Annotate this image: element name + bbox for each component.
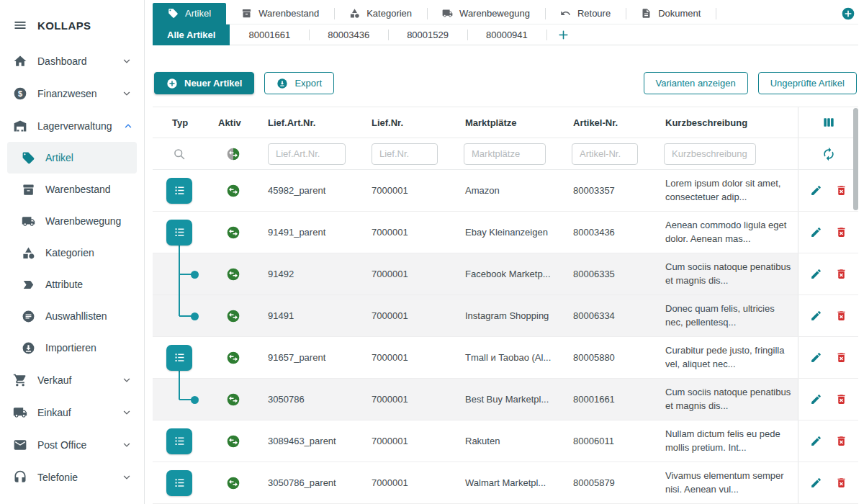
- edit-row-button[interactable]: [810, 226, 822, 238]
- cell-lief-nr: 7000001: [364, 462, 456, 503]
- unchecked-articles-button[interactable]: Ungeprüfte Artikel: [758, 72, 857, 94]
- add-module-tab-button[interactable]: [841, 6, 855, 21]
- edit-row-button[interactable]: [810, 310, 822, 322]
- tab-kategorien[interactable]: Kategorien: [334, 3, 427, 24]
- table-scrollbar[interactable]: [853, 108, 858, 210]
- parent-toggle-button[interactable]: [166, 345, 192, 371]
- box-icon: [241, 8, 252, 19]
- cell-typ: [153, 337, 206, 378]
- show-variants-label: Varianten anzeigen: [656, 78, 736, 89]
- show-variants-button[interactable]: Varianten anzeigen: [644, 72, 748, 94]
- edit-row-button[interactable]: [810, 477, 822, 489]
- cell-marktplatz: Facebook Marketp...: [456, 253, 564, 294]
- sidebar-item-label: Finanzwesen: [37, 88, 97, 99]
- tag-icon: [168, 8, 179, 19]
- sidebar-item-importieren[interactable]: Importieren: [0, 332, 144, 364]
- delete-icon: [835, 268, 847, 280]
- cell-typ: [153, 212, 206, 253]
- column-header-aktiv: Aktiv: [206, 107, 261, 138]
- sidebar-item-artikel[interactable]: Artikel: [7, 142, 137, 174]
- cell-lief-nr: 7000001: [364, 212, 456, 253]
- sidebar-item-kategorien[interactable]: Kategorien: [0, 237, 144, 269]
- tab-retoure[interactable]: Retoure: [545, 3, 626, 24]
- sidebar-item-auswahllisten[interactable]: Auswahllisten: [0, 300, 144, 332]
- table-row: 91491_parent7000001Ebay Kleinanzeigen800…: [153, 212, 858, 253]
- table-header: TypAktivLief.Art.Nr.Lief.Nr.MarktplätzeA…: [153, 107, 858, 138]
- tab-dokument[interactable]: Dokument: [626, 3, 716, 24]
- tab-label: Artikel: [185, 8, 211, 19]
- filter-input-lief-art-nr[interactable]: [268, 143, 346, 165]
- cell-aktiv: [206, 379, 261, 420]
- article-tab-80003436[interactable]: 80003436: [309, 24, 388, 45]
- cell-kurzbeschreibung: Lorem ipsum dolor sit amet, consectetuer…: [657, 170, 798, 211]
- sidebar-item-verkauf[interactable]: Verkauf: [0, 364, 144, 396]
- edit-row-button[interactable]: [810, 351, 822, 364]
- edit-row-button[interactable]: [810, 435, 822, 447]
- sidebar-item-einkauf[interactable]: Einkauf: [0, 396, 144, 428]
- delete-row-button[interactable]: [835, 268, 847, 280]
- delete-row-button[interactable]: [835, 435, 847, 447]
- filter-input-artikel-nr[interactable]: [572, 143, 638, 165]
- app-logo: KOLLAPS: [37, 19, 91, 32]
- edit-row-button[interactable]: [810, 268, 822, 280]
- cell-actions: [798, 337, 858, 378]
- tree-connector: [179, 379, 180, 400]
- sidebar-item-finanzwesen[interactable]: $Finanzwesen: [0, 77, 144, 109]
- sidebar-item-dashboard[interactable]: Dashboard: [0, 45, 144, 77]
- main-content: ArtikelWarenbestandKategorienWarenbewegu…: [145, 0, 864, 504]
- add-article-tab-button[interactable]: [557, 29, 570, 41]
- sidebar-item-label: Kategorien: [45, 247, 94, 258]
- sidebar-item-warenbestand[interactable]: Warenbestand: [0, 174, 144, 205]
- edit-row-button[interactable]: [810, 184, 822, 197]
- sidebar-item-warenbewegung[interactable]: Warenbewegung: [0, 205, 144, 237]
- tab-artikel[interactable]: Artikel: [153, 3, 226, 24]
- tab-warenbewegung[interactable]: Warenbewegung: [427, 3, 545, 24]
- parent-toggle-button[interactable]: [166, 220, 192, 246]
- parent-toggle-button[interactable]: [166, 470, 192, 496]
- table-row: 3050786_parent7000001Walmart Marketpl...…: [153, 462, 858, 504]
- edit-row-button[interactable]: [810, 393, 822, 405]
- cell-artikel-nr: 80005879: [564, 462, 657, 503]
- sidebar-item-telefonie[interactable]: Telefonie: [0, 461, 144, 493]
- article-tab-80001529[interactable]: 80001529: [388, 24, 467, 45]
- sidebar-item-lagerverwaltung[interactable]: Lagerverwaltung: [0, 109, 144, 142]
- edit-icon: [810, 184, 822, 197]
- parent-toggle-button[interactable]: [166, 178, 192, 204]
- sidebar-item-post-office[interactable]: Post Office: [0, 428, 144, 461]
- cell-typ: [153, 295, 206, 336]
- delete-row-button[interactable]: [835, 310, 847, 322]
- search-icon[interactable]: [172, 147, 186, 161]
- filter-input-marktpl-tze[interactable]: [464, 143, 546, 165]
- cell-aktiv: [206, 212, 261, 253]
- cell-actions: [798, 420, 858, 462]
- active-status-icon: [226, 351, 240, 365]
- refresh-button[interactable]: [822, 147, 836, 161]
- filter-input-lief-nr[interactable]: [372, 143, 438, 165]
- article-tab-80000941[interactable]: 80000941: [467, 24, 546, 45]
- filter-input-kurzbeschreibung[interactable]: [664, 143, 756, 165]
- active-status-icon: [226, 267, 240, 282]
- article-tab-alle-artikel[interactable]: Alle Artikel: [153, 24, 230, 45]
- filter-actions-cell: [798, 138, 858, 169]
- article-tab-80001661[interactable]: 80001661: [230, 24, 309, 45]
- filter-aktiv-cell: [206, 138, 261, 169]
- tab-warenbestand[interactable]: Warenbestand: [226, 3, 334, 24]
- cell-lief-art-nr: 91492: [261, 253, 364, 294]
- aktiv-filter-icon[interactable]: [226, 147, 240, 161]
- tree-connector: [179, 295, 180, 316]
- new-article-button[interactable]: Neuer Artikel: [154, 72, 254, 94]
- delete-row-button[interactable]: [835, 184, 847, 197]
- export-button[interactable]: Export: [264, 72, 334, 94]
- cell-lief-nr: 7000001: [364, 337, 456, 378]
- delete-row-button[interactable]: [835, 351, 847, 364]
- sidebar-item-attribute[interactable]: Attribute: [0, 269, 144, 300]
- delete-row-button[interactable]: [835, 477, 847, 489]
- filter-cell: [456, 138, 564, 169]
- tree-node-dot: [191, 271, 199, 279]
- column-settings-button[interactable]: [822, 115, 836, 130]
- delete-row-button[interactable]: [835, 226, 847, 238]
- active-status-icon: [226, 184, 240, 198]
- delete-row-button[interactable]: [835, 393, 847, 405]
- parent-toggle-button[interactable]: [166, 428, 192, 454]
- menu-icon[interactable]: [13, 18, 27, 32]
